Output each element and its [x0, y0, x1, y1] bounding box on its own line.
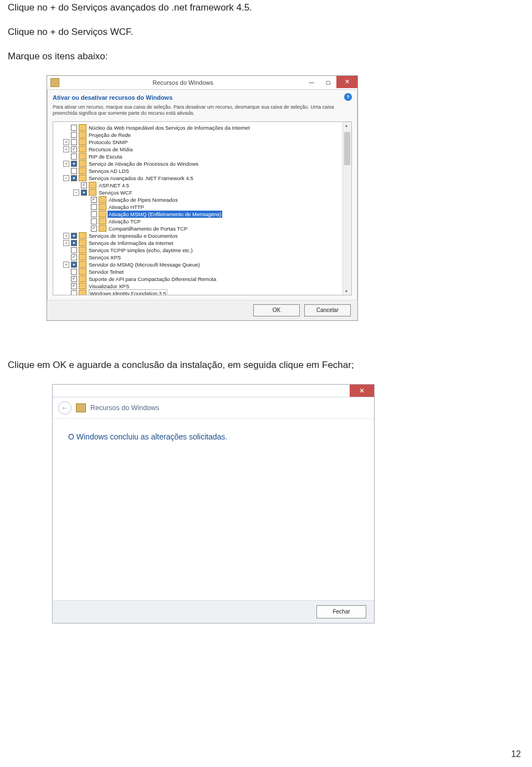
- tree-item-label: Windows Identity Foundation 3.5: [89, 289, 167, 295]
- windows-features-dialog: Recursos do Windows Ativar ou desativar …: [47, 75, 358, 321]
- checkbox[interactable]: [71, 168, 77, 174]
- tree-item[interactable]: +Protocolo SNMP: [55, 139, 351, 146]
- tree-item-label: Serviços XPS: [89, 254, 121, 261]
- page-number: 12: [511, 749, 521, 759]
- checkbox[interactable]: [81, 190, 87, 196]
- tree-item[interactable]: Ativação de Pipes Nomeados: [55, 196, 351, 203]
- expand-icon[interactable]: +: [63, 161, 69, 167]
- checkbox[interactable]: [71, 276, 77, 282]
- completion-message: O Windows concluiu as alterações solicit…: [53, 419, 374, 454]
- tree-item[interactable]: Serviços TCPIP simples (echo, daytime et…: [55, 247, 351, 254]
- completion-dialog: ← Recursos do Windows O Windows concluiu…: [52, 384, 375, 623]
- checkbox[interactable]: [91, 218, 97, 224]
- folder-icon: [79, 232, 86, 239]
- tree-item[interactable]: Suporte de API para Compactação Diferenc…: [55, 275, 351, 283]
- completion-titlebar: [53, 385, 374, 397]
- folder-icon: [79, 146, 86, 152]
- tree-item-label: Serviços WCF: [99, 189, 132, 196]
- cancel-button[interactable]: Cancelar: [304, 304, 351, 316]
- folder-icon: [79, 139, 86, 145]
- tree-item-label: Núcleo da Web Hospedável dos Serviços de…: [89, 124, 250, 131]
- expander-placeholder: [83, 226, 89, 232]
- checkbox[interactable]: [91, 204, 97, 210]
- expand-icon[interactable]: +: [63, 146, 69, 152]
- close-dialog-button[interactable]: Fechar: [316, 605, 366, 618]
- collapse-icon[interactable]: −: [63, 175, 69, 181]
- tree-item-label: Servidor do MSMQ (Microsoft Message Queu…: [89, 261, 200, 268]
- close-button[interactable]: [336, 76, 357, 88]
- folder-icon: [89, 189, 96, 196]
- checkbox[interactable]: [71, 240, 77, 246]
- tree-item[interactable]: Ativação TCP: [55, 218, 351, 225]
- checkbox[interactable]: [71, 139, 77, 145]
- help-icon[interactable]: ?: [344, 93, 352, 101]
- folder-icon: [79, 131, 86, 138]
- checkbox[interactable]: [91, 226, 97, 232]
- tree-item[interactable]: Ativação HTTP: [55, 203, 351, 211]
- expander-placeholder: [63, 247, 69, 253]
- checkbox[interactable]: [71, 132, 77, 138]
- folder-icon: [79, 290, 86, 295]
- collapse-icon[interactable]: −: [73, 190, 79, 196]
- expander-placeholder: [63, 132, 69, 138]
- tree-item-label: Serviços Avançados do .NET Framework 4.5: [89, 175, 193, 182]
- tree-item[interactable]: ASP.NET 4.5: [55, 182, 351, 189]
- checkbox[interactable]: [71, 154, 77, 160]
- checkbox[interactable]: [71, 283, 77, 289]
- expand-icon[interactable]: +: [63, 233, 69, 239]
- checkbox[interactable]: [71, 146, 77, 152]
- tree-item[interactable]: +Serviços de Impressão e Documentos: [55, 232, 351, 239]
- expand-icon[interactable]: +: [63, 139, 69, 145]
- expander-placeholder: [83, 204, 89, 210]
- tree-item[interactable]: RIP de Escuta: [55, 153, 351, 160]
- folder-icon: [79, 153, 86, 160]
- tree-item-label: Protocolo SNMP: [89, 139, 127, 146]
- tree-item-label: Serviços de Informações da Internet: [89, 239, 173, 247]
- tree-item[interactable]: Ativação MSMQ (Enfileiramento de Mensage…: [55, 211, 351, 218]
- checkbox[interactable]: [71, 254, 77, 260]
- checkbox[interactable]: [81, 182, 87, 188]
- tree-item[interactable]: +Servidor do MSMQ (Microsoft Message Que…: [55, 261, 351, 268]
- tree-item[interactable]: Serviços XPS: [55, 254, 351, 261]
- tree-item-label: Servidor Telnet: [89, 268, 124, 275]
- tree-item[interactable]: Projeção de Rede: [55, 131, 351, 139]
- folder-icon: [79, 160, 86, 167]
- tree-item[interactable]: Compartilhamento de Portas TCP: [55, 225, 351, 232]
- tree-item[interactable]: Servidor Telnet: [55, 268, 351, 275]
- checkbox[interactable]: [71, 247, 77, 253]
- checkbox[interactable]: [71, 175, 77, 181]
- completion-header: ← Recursos do Windows: [53, 397, 374, 419]
- folder-icon: [79, 275, 86, 282]
- folder-icon: [89, 182, 96, 188]
- expand-icon[interactable]: +: [63, 240, 69, 246]
- tree-item[interactable]: Windows Identity Foundation 3.5: [55, 290, 351, 295]
- tree-item-label: Ativação HTTP: [109, 203, 144, 211]
- checkbox[interactable]: [71, 269, 77, 275]
- back-icon[interactable]: ←: [58, 401, 71, 415]
- maximize-button[interactable]: [320, 78, 336, 88]
- expander-placeholder: [63, 168, 69, 174]
- close-button[interactable]: [350, 385, 374, 397]
- scrollbar-thumb[interactable]: [344, 132, 350, 165]
- checkbox[interactable]: [91, 197, 97, 203]
- tree-item[interactable]: −Serviços Avançados do .NET Framework 4.…: [55, 175, 351, 182]
- checkbox[interactable]: [71, 125, 77, 131]
- scrollbar[interactable]: [342, 122, 351, 295]
- tree-item[interactable]: Núcleo da Web Hospedável dos Serviços de…: [55, 124, 351, 131]
- tree-item[interactable]: Serviços AD LDS: [55, 167, 351, 175]
- tree-item[interactable]: −Serviços WCF: [55, 189, 351, 196]
- checkbox[interactable]: [91, 211, 97, 217]
- tree-item[interactable]: +Serviços de Informações da Internet: [55, 239, 351, 247]
- expander-placeholder: [63, 283, 69, 289]
- expander-placeholder: [83, 197, 89, 203]
- checkbox[interactable]: [71, 161, 77, 167]
- minimize-button[interactable]: [303, 78, 320, 88]
- ok-button[interactable]: OK: [253, 304, 300, 316]
- checkbox[interactable]: [71, 233, 77, 239]
- checkbox[interactable]: [71, 262, 77, 268]
- checkbox[interactable]: [71, 290, 77, 295]
- folder-icon: [99, 211, 106, 217]
- tree-item[interactable]: +Serviço de Ativação de Processos do Win…: [55, 160, 351, 167]
- tree-item[interactable]: +Recursos de Mídia: [55, 146, 351, 153]
- expand-icon[interactable]: +: [63, 262, 69, 268]
